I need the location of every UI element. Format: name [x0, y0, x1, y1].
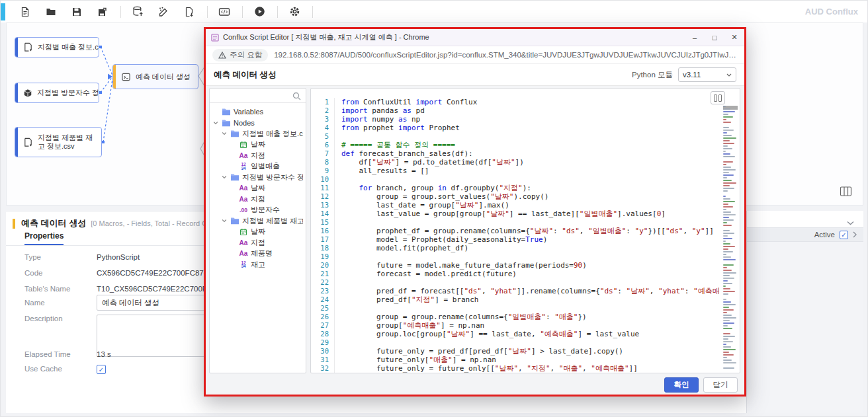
columns-view-button[interactable]	[840, 186, 852, 200]
field-label: Use Cache	[24, 365, 97, 373]
python-version-select[interactable]: v3.11	[678, 67, 736, 82]
line-number: 27	[311, 321, 329, 330]
tree-item[interactable]: 날짜	[213, 139, 303, 151]
minimap-line	[723, 243, 730, 245]
right-panel-header	[747, 211, 863, 227]
chevron-right-icon[interactable]	[853, 231, 857, 238]
maximize-button[interactable]: □	[705, 34, 724, 42]
minimap-line	[723, 322, 734, 324]
tree-expander-icon[interactable]	[222, 131, 228, 136]
minimap-line	[723, 304, 736, 305]
flow-node-forecast[interactable]: 예측 데이터 생성	[112, 64, 198, 89]
tree-item[interactable]: 1234재고	[213, 259, 303, 270]
tree-item[interactable]: 날짜	[213, 227, 303, 238]
search-icon	[292, 91, 301, 103]
minimap-line	[723, 174, 734, 176]
save-as-button[interactable]	[94, 3, 111, 20]
code-line: group = group.sort_values("날짜").copy()	[341, 192, 720, 201]
tree-item[interactable]: 지점별 방문자수 정보	[213, 172, 303, 183]
node-label: 예측 데이터 생성	[136, 72, 191, 82]
code-line: from ConfluxUtil import Conflux	[341, 98, 720, 106]
tree-item-label: 지점	[251, 151, 265, 161]
line-number: 14	[311, 209, 329, 218]
minimap-line	[723, 291, 735, 292]
tab-properties[interactable]: Properties	[24, 231, 64, 245]
line-number: 9	[311, 167, 329, 175]
minimap-line	[723, 259, 736, 260]
tree-expander-icon[interactable]	[222, 218, 228, 223]
calendar-icon	[239, 228, 248, 236]
open-button[interactable]	[42, 3, 60, 20]
cube-icon	[23, 89, 32, 98]
tree-item[interactable]: Aa제품명	[213, 248, 303, 260]
minimap-line	[723, 161, 733, 163]
code-line: future_only = pred_df[pred_df["날짜"] > la…	[341, 347, 720, 356]
tree-item[interactable]: .00방문자수	[213, 205, 303, 216]
name-input[interactable]	[97, 295, 209, 311]
code-line: last_value = group[group["날짜"] == last_d…	[341, 209, 720, 218]
code-lines[interactable]: from ConfluxUtil import Confluximport pa…	[335, 98, 720, 373]
line-number: 19	[311, 252, 329, 261]
new-file-button[interactable]	[17, 3, 34, 20]
active-checkbox[interactable]	[840, 231, 848, 239]
field-label: Description	[24, 315, 97, 322]
tree-expander-icon[interactable]	[213, 120, 219, 126]
line-number: 12	[311, 192, 329, 201]
tree-item[interactable]: Aa지점	[213, 237, 303, 248]
tree-item[interactable]: Aa날짜	[213, 183, 303, 194]
minimap-line	[723, 211, 731, 213]
split-view-button[interactable]	[711, 91, 725, 104]
close-dialog-button[interactable]: 닫기	[703, 377, 738, 393]
tree-item-label: 지점별 방문자수 정보	[242, 172, 303, 182]
app-window: AUD Conflux 지점별 매출 정보.csv 지점별 방문자수 정보	[0, 0, 868, 417]
line-number: 24	[311, 295, 329, 304]
tree-item[interactable]: 지점별 매출 정보.csv	[213, 128, 303, 139]
settings-button[interactable]	[286, 3, 303, 20]
line-number: 17	[311, 235, 329, 244]
minimap-line	[723, 283, 732, 284]
run-button[interactable]	[251, 3, 268, 20]
line-number: 13	[311, 201, 329, 209]
flow-node-inventory-csv[interactable]: 지점별 제품별 재고 정보.csv	[15, 127, 102, 157]
tree-item[interactable]: 지점별 제품별 재고 정보.csv	[213, 215, 303, 227]
minimap-line	[723, 349, 736, 350]
code-line: all_results = []	[341, 167, 720, 175]
database-upload-icon	[132, 6, 144, 17]
folder-icon	[230, 130, 239, 137]
node-label: 지점별 매출 정보.csv	[38, 42, 99, 52]
warning-icon	[218, 52, 226, 59]
minimap-line	[723, 328, 732, 329]
collapse-chevron-icon[interactable]	[847, 216, 854, 228]
url-text[interactable]: 192.168.0.52:8087/AUD/500/confluxScriptE…	[274, 51, 738, 59]
code-editor-button[interactable]	[216, 3, 233, 20]
export-button[interactable]	[181, 3, 198, 20]
save-button[interactable]	[68, 3, 85, 20]
tree-item[interactable]: Aa지점	[213, 150, 303, 161]
tree-item[interactable]: Nodes	[213, 118, 303, 129]
confirm-button[interactable]: 확인	[664, 377, 699, 393]
brand-label: AUD Conflux	[805, 7, 858, 17]
minimize-button[interactable]: –	[685, 34, 705, 42]
tree-item[interactable]: Variables	[213, 106, 303, 118]
line-number: 23	[311, 287, 329, 295]
transform-button[interactable]	[155, 3, 172, 20]
field-row-type: Type PythonScript	[24, 253, 140, 261]
flow-node-visitors[interactable]: 지점별 방문자수 정보	[15, 83, 99, 103]
minimap-line	[723, 288, 730, 289]
text-field-icon: Aa	[239, 152, 248, 159]
description-textarea[interactable]	[97, 315, 209, 357]
data-upload-button[interactable]	[129, 3, 146, 20]
minimap-line	[723, 341, 733, 342]
code-editor-pane[interactable]: 1234567891011121314151617181920212223242…	[310, 88, 740, 373]
use-cache-checkbox[interactable]	[97, 365, 106, 374]
close-button[interactable]: ✕	[724, 33, 744, 42]
minimap-line	[723, 235, 728, 237]
minimap[interactable]	[723, 106, 738, 369]
minimap-line	[723, 360, 732, 361]
tree-item[interactable]: Aa지점	[213, 194, 303, 205]
tree-search-input[interactable]	[214, 90, 290, 102]
security-chip[interactable]: 주의 요함	[212, 49, 268, 61]
tree-item[interactable]: 1234일별매출	[213, 161, 303, 172]
flow-node-sales-csv[interactable]: 지점별 매출 정보.csv	[15, 37, 99, 57]
tree-expander-icon[interactable]	[222, 174, 228, 180]
